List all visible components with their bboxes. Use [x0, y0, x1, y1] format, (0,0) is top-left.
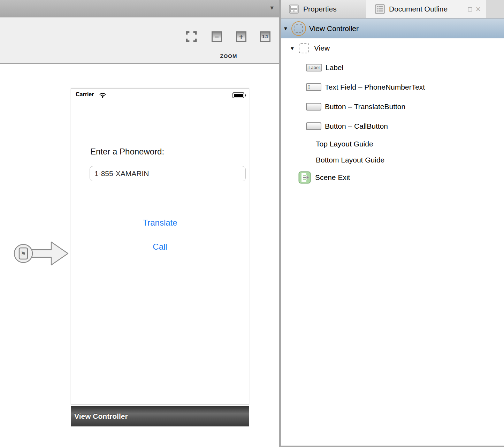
- outline-row-label[interactable]: LabelLabel: [281, 58, 504, 77]
- outline-row-text-field-phonenumbertext[interactable]: IText Field – PhoneNumberText: [281, 77, 504, 97]
- document-outline-panel: Properties Document Outline ✕: [281, 0, 504, 447]
- outline-row-button-callbutton[interactable]: Button – CallButton: [281, 116, 504, 136]
- fit-corners-icon: [186, 31, 197, 43]
- outline-tree: ▼View Controller▼ViewLabelLabelIText Fie…: [281, 18, 504, 187]
- outline-item-label: Button – CallButton: [325, 122, 388, 130]
- outline-list-icon: [375, 4, 385, 14]
- outline-item-label: Bottom Layout Guide: [316, 156, 384, 164]
- outline-item-label: Scene Exit: [315, 173, 350, 182]
- translate-button[interactable]: Translate: [71, 218, 249, 228]
- phone-number-textfield[interactable]: 1-855-XAMARIN: [90, 166, 246, 181]
- zoom-in-button[interactable]: +: [236, 31, 247, 42]
- outline-row-scene-exit[interactable]: Scene Exit: [281, 168, 504, 187]
- minus-icon: −: [212, 31, 222, 42]
- float-panel-icon[interactable]: [468, 7, 472, 12]
- surface-header-bar: ▼: [0, 0, 279, 17]
- outline-row-bottom-layout-guide[interactable]: Bottom Layout Guide: [281, 152, 504, 168]
- view-controller-canvas[interactable]: Carrier Enter a Phoneword: 1-855-XAMARIN…: [71, 88, 249, 426]
- outline-row-top-layout-guide[interactable]: Top Layout Guide: [281, 136, 504, 152]
- button-icon: [306, 122, 321, 130]
- text-field-icon: I: [306, 83, 321, 91]
- tab-document-outline-label: Document Outline: [389, 5, 448, 13]
- outline-item-label: Label: [326, 63, 343, 72]
- close-icon[interactable]: ✕: [475, 6, 481, 13]
- outline-row-button-translatebutton[interactable]: Button – TranslateButton: [281, 97, 504, 116]
- plus-icon: +: [236, 31, 246, 42]
- wifi-icon: [99, 92, 106, 98]
- outline-row-view-controller[interactable]: ▼View Controller: [281, 18, 504, 38]
- zoom-toolbar: − + 1:1 ZOOM: [0, 18, 279, 64]
- one-to-one-icon: 1:1: [260, 31, 270, 42]
- outline-item-label: Top Layout Guide: [316, 140, 373, 148]
- zoom-out-button[interactable]: −: [211, 31, 222, 42]
- disclosure-triangle-icon[interactable]: ▼: [283, 25, 289, 31]
- panel-bottom-border: [281, 446, 504, 447]
- disclosure-triangle-icon[interactable]: ▼: [290, 45, 296, 51]
- view-controller-icon: [291, 21, 306, 36]
- xamarin-ios-designer: ▼ − + 1:1 ZOOM: [0, 0, 504, 447]
- outline-item-label: View Controller: [309, 24, 359, 33]
- tab-document-outline[interactable]: Document Outline ✕: [366, 0, 486, 18]
- outline-item-label: View: [314, 44, 330, 52]
- battery-icon: [232, 92, 246, 98]
- design-surface: ▼ − + 1:1 ZOOM: [0, 0, 279, 447]
- tab-properties[interactable]: Properties: [281, 0, 366, 18]
- zoom-actual-size-button[interactable]: 1:1: [260, 31, 271, 42]
- phone-screen[interactable]: Carrier Enter a Phoneword: 1-855-XAMARIN…: [71, 88, 249, 405]
- zoom-fit-button[interactable]: [186, 31, 197, 42]
- label-icon: Label: [306, 64, 322, 71]
- outline-item-label: Text Field – PhoneNumberText: [325, 83, 425, 91]
- view-icon: [299, 43, 309, 53]
- scene-exit-icon: [298, 171, 311, 184]
- view-controller-title-bar[interactable]: View Controller: [71, 406, 249, 426]
- view-controller-title: View Controller: [71, 412, 128, 421]
- carrier-label: Carrier: [76, 91, 94, 98]
- phoneword-prompt-label[interactable]: Enter a Phoneword:: [90, 147, 164, 157]
- svg-text:⚑: ⚑: [21, 250, 26, 257]
- tab-bar-filler: [486, 0, 504, 18]
- chevron-down-icon[interactable]: ▼: [269, 5, 275, 11]
- dashed-view-icon: [295, 24, 303, 33]
- storyboard-entry-arrow[interactable]: ⚑: [13, 233, 70, 274]
- tab-properties-label: Properties: [303, 5, 337, 13]
- panel-tab-bar: Properties Document Outline ✕: [281, 0, 504, 18]
- zoom-toolbar-label: ZOOM: [208, 53, 250, 59]
- outline-row-view[interactable]: ▼View: [281, 38, 504, 58]
- outline-item-label: Button – TranslateButton: [325, 103, 405, 111]
- call-button[interactable]: Call: [71, 242, 249, 252]
- properties-icon: [289, 4, 299, 14]
- button-icon: [306, 103, 321, 111]
